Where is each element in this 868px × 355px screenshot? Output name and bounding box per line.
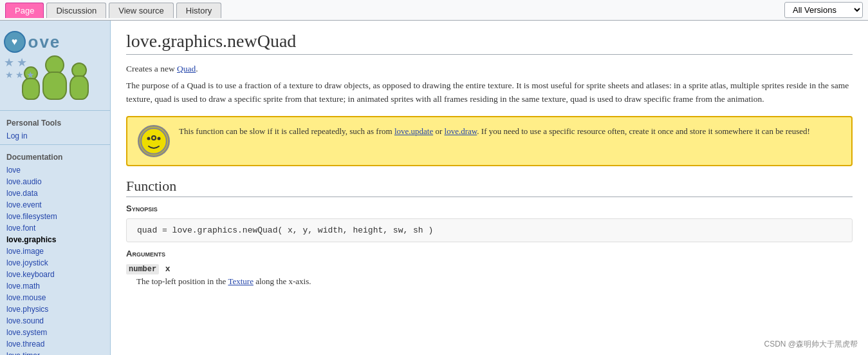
tab-bar: Page Discussion View source History xyxy=(5,3,223,18)
sidebar-item-love-sound[interactable]: love.sound xyxy=(0,315,110,327)
warning-icon xyxy=(138,125,170,157)
tab-page[interactable]: Page xyxy=(5,3,44,18)
description-paragraph: The purpose of a Quad is to use a fracti… xyxy=(126,79,853,106)
sidebar-item-love-thread[interactable]: love.thread xyxy=(0,338,110,350)
function-section-header: Function xyxy=(126,178,853,197)
sidebar-login[interactable]: Log in xyxy=(0,130,110,142)
intro-text: Creates a new xyxy=(126,64,177,73)
sidebar-item-love-event[interactable]: love.event xyxy=(0,199,110,211)
sidebar-divider-1 xyxy=(0,110,110,111)
sidebar-item-love-graphics[interactable]: love.graphics xyxy=(0,234,110,245)
warning-text-after: . If you need to use a specific resource… xyxy=(477,126,810,136)
warning-box: This function can be slow if it is calle… xyxy=(126,116,853,166)
tab-history[interactable]: History xyxy=(176,3,221,18)
argument-x: number x The top-left position in the Te… xyxy=(126,264,853,288)
sidebar-item-love[interactable]: love xyxy=(0,164,110,176)
personal-tools-title: Personal Tools xyxy=(0,113,110,130)
sidebar-item-love-image[interactable]: love.image xyxy=(0,245,110,257)
page-wrapper: Page Discussion View source History All … xyxy=(0,0,868,355)
sidebar-item-love-filesystem[interactable]: love.filesystem xyxy=(0,211,110,222)
intro-paragraph: Creates a new Quad. xyxy=(126,62,853,75)
footer-note: CSDN @森明帅大于黑虎帮 xyxy=(764,339,858,350)
sidebar-item-love-keyboard[interactable]: love.keyboard xyxy=(0,269,110,280)
arguments-list: number x The top-left position in the Te… xyxy=(126,264,853,288)
intro-end: . xyxy=(196,64,198,73)
sidebar-logo: ♥ ove ★ ★ ★ ★ ★ xyxy=(0,26,110,108)
sidebar-item-love-audio[interactable]: love.audio xyxy=(0,176,110,187)
tab-view-source[interactable]: View source xyxy=(109,3,174,18)
arg-x-desc: The top-left position in the Texture alo… xyxy=(136,275,853,288)
documentation-title: Documentation xyxy=(0,148,110,164)
synopsis-header: Synopsis xyxy=(126,204,853,213)
sidebar-item-love-system[interactable]: love.system xyxy=(0,327,110,338)
svg-point-1 xyxy=(147,137,151,140)
texture-link[interactable]: Texture xyxy=(228,276,254,286)
sidebar-item-love-data[interactable]: love.data xyxy=(0,187,110,199)
arg-x-name: x xyxy=(165,264,171,274)
quad-link[interactable]: Quad xyxy=(177,64,196,73)
sidebar-item-love-physics[interactable]: love.physics xyxy=(0,303,110,315)
sidebar-item-love-font[interactable]: love.font xyxy=(0,222,110,234)
version-selector[interactable]: All Versions0.10.x0.9.x0.8.x0.7.x xyxy=(784,2,863,18)
arguments-header: Arguments xyxy=(126,249,853,258)
sidebar: ♥ ove ★ ★ ★ ★ ★ xyxy=(0,21,111,355)
content-area: ♥ ove ★ ★ ★ ★ ★ xyxy=(0,21,868,355)
synopsis-code: quad = love.graphics.newQuad( x, y, widt… xyxy=(126,218,853,242)
main-content: love.graphics.newQuad Creates a new Quad… xyxy=(111,21,868,355)
love-draw-link[interactable]: love.draw xyxy=(445,126,477,136)
warning-text-before: This function can be slow if it is calle… xyxy=(179,126,394,136)
footer-text: CSDN @森明帅大于黑虎帮 xyxy=(764,340,858,349)
warning-text: This function can be slow if it is calle… xyxy=(179,125,810,138)
warning-text-mid: or xyxy=(433,126,444,136)
top-nav: Page Discussion View source History All … xyxy=(0,0,868,21)
svg-point-0 xyxy=(141,128,167,154)
arg-x-desc-after: along the x-axis. xyxy=(254,276,311,286)
arg-x-desc-before: The top-left position in the xyxy=(136,276,228,286)
svg-point-2 xyxy=(158,137,161,140)
tab-discussion[interactable]: Discussion xyxy=(46,3,106,18)
sidebar-divider-2 xyxy=(0,144,110,145)
version-dropdown[interactable]: All Versions0.10.x0.9.x0.8.x0.7.x xyxy=(784,2,863,18)
sidebar-item-love-timer[interactable]: love.timer xyxy=(0,350,110,355)
love-update-link[interactable]: love.update xyxy=(394,126,433,136)
sidebar-item-love-mouse[interactable]: love.mouse xyxy=(0,292,110,303)
sidebar-item-love-joystick[interactable]: love.joystick xyxy=(0,257,110,269)
sidebar-item-love-math[interactable]: love.math xyxy=(0,280,110,292)
page-title: love.graphics.newQuad xyxy=(126,31,853,55)
arg-x-type: number xyxy=(126,264,159,274)
